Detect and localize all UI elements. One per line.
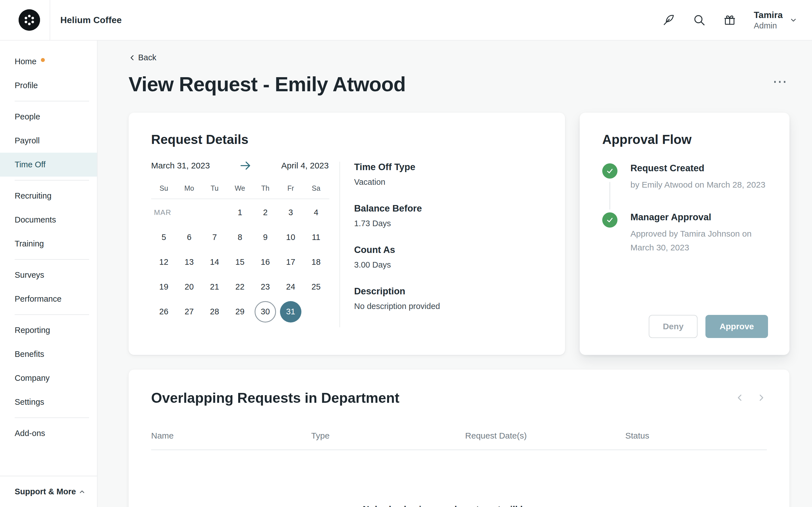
brand-logo[interactable] xyxy=(18,9,40,31)
calendar-day: 24 xyxy=(278,275,303,299)
step-title: Request Created xyxy=(630,163,768,173)
next-page-button[interactable] xyxy=(756,392,767,405)
sidebar-divider xyxy=(15,101,89,101)
sidebar-item-profile[interactable]: Profile xyxy=(0,73,97,98)
calendar-day xyxy=(303,299,329,324)
arrow-right-icon xyxy=(239,161,252,171)
request-details-body: March 31, 2023 April 4, 2023 Su xyxy=(151,161,543,327)
field-value: 1.73 Days xyxy=(354,219,543,228)
overlapping-title: Overlapping Requests in Department xyxy=(151,390,400,406)
approval-step-manager-approval: Manager Approval Approved by Tamira John… xyxy=(602,212,768,275)
approval-steps: Request Created by Emily Atwood on March… xyxy=(602,163,768,275)
calendar-day: 27 xyxy=(176,299,202,324)
support-label: Support & More xyxy=(15,487,76,496)
title-row: View Request - Emily Atwood ⋯ xyxy=(129,73,790,96)
user-menu[interactable]: Tamira Admin xyxy=(754,9,797,31)
calendar-day: 18 xyxy=(303,250,329,275)
request-details-card: Request Details March 31, 2023 April xyxy=(129,113,565,355)
calendar-day: 3 xyxy=(278,200,303,225)
weekday-label: Fr xyxy=(278,184,303,192)
check-circle-icon xyxy=(602,212,617,228)
empty-state-message: Nobody else in your department will be a… xyxy=(151,504,767,507)
sidebar-item-label: Surveys xyxy=(15,270,44,280)
overlapping-requests-card: Overlapping Requests in Department xyxy=(129,370,790,507)
sidebar-item-add-ons[interactable]: Add-ons xyxy=(0,421,97,445)
sidebar-divider xyxy=(15,259,89,260)
user-role: Admin xyxy=(754,20,783,31)
main-content: Back View Request - Emily Atwood ⋯ Reque… xyxy=(98,41,812,507)
sidebar-item-surveys[interactable]: Surveys xyxy=(0,263,97,287)
calendar-grid: MAR 1 2 3 4 5 6 7 8 9 10 11 12 xyxy=(151,200,329,324)
sidebar-item-company[interactable]: Company xyxy=(0,366,97,390)
step-detail: Approved by Tamira Johnson on March 30, … xyxy=(630,227,768,255)
field-balance-before: Balance Before 1.73 Days xyxy=(354,203,543,228)
sidebar-item-label: Performance xyxy=(15,294,61,304)
field-label: Count As xyxy=(354,244,543,255)
date-range: March 31, 2023 April 4, 2023 xyxy=(151,161,329,171)
step-detail: by Emily Atwood on March 28, 2023 xyxy=(630,178,768,192)
hex-dots-logo-icon xyxy=(18,9,40,31)
calendar-day: 6 xyxy=(176,225,202,250)
calendar-day-outlined: 30 xyxy=(253,299,278,324)
sidebar-item-recruiting[interactable]: Recruiting xyxy=(0,184,97,208)
calendar-day: 20 xyxy=(176,275,202,299)
topbar: Helium Coffee xyxy=(0,0,812,41)
sidebar-item-reporting[interactable]: Reporting xyxy=(0,318,97,342)
field-value: No description provided xyxy=(354,302,543,311)
outlined-day: 30 xyxy=(255,301,276,323)
calendar-day: 17 xyxy=(278,250,303,275)
more-options-button[interactable]: ⋯ xyxy=(770,74,790,94)
sidebar-item-settings[interactable]: Settings xyxy=(0,390,97,414)
field-label: Balance Before xyxy=(354,203,543,214)
support-and-more[interactable]: Support & More xyxy=(0,476,97,507)
sidebar-item-label: Reporting xyxy=(15,326,50,335)
sidebar-item-label: Settings xyxy=(15,397,44,407)
sidebar-item-benefits[interactable]: Benefits xyxy=(0,342,97,366)
calendar-day: 5 xyxy=(151,225,176,250)
calendar-day: 10 xyxy=(278,225,303,250)
page-title: View Request - Emily Atwood xyxy=(129,73,406,96)
sidebar-item-training[interactable]: Training xyxy=(0,232,97,256)
weekday-label: Tu xyxy=(202,184,227,192)
field-label: Time Off Type xyxy=(354,162,543,172)
back-link[interactable]: Back xyxy=(129,53,156,62)
sidebar-item-payroll[interactable]: Payroll xyxy=(0,129,97,153)
cards-row: Request Details March 31, 2023 April xyxy=(129,113,790,355)
sidebar-item-performance[interactable]: Performance xyxy=(0,287,97,311)
field-value: Vacation xyxy=(354,177,543,187)
calendar: March 31, 2023 April 4, 2023 Su xyxy=(151,161,329,327)
user-name: Tamira xyxy=(754,9,783,20)
topbar-divider xyxy=(50,0,50,40)
field-time-off-type: Time Off Type Vacation xyxy=(354,162,543,187)
approval-actions: Deny Approve xyxy=(602,315,768,338)
deny-button[interactable]: Deny xyxy=(649,315,698,338)
sidebar-item-time-off[interactable]: Time Off xyxy=(0,153,97,177)
calendar-day: 7 xyxy=(202,225,227,250)
user-text: Tamira Admin xyxy=(754,9,783,31)
calendar-day: 11 xyxy=(303,225,329,250)
approval-step-request-created: Request Created by Emily Atwood on March… xyxy=(602,163,768,212)
field-count-as: Count As 3.00 Days xyxy=(354,244,543,270)
end-date: April 4, 2023 xyxy=(282,161,329,170)
sidebar-item-label: Documents xyxy=(15,215,56,224)
feather-icon[interactable] xyxy=(662,13,676,27)
weekday-label: Mo xyxy=(176,184,202,192)
weekday-label: Th xyxy=(253,184,278,192)
sidebar-item-home[interactable]: Home xyxy=(0,50,97,73)
calendar-day: 19 xyxy=(151,275,176,299)
prev-page-button[interactable] xyxy=(734,392,746,405)
gift-icon[interactable] xyxy=(723,13,737,27)
step-title: Manager Approval xyxy=(630,212,768,223)
selected-day: 31 xyxy=(280,301,301,323)
sidebar-item-people[interactable]: People xyxy=(0,105,97,129)
sidebar-divider xyxy=(15,180,89,180)
sidebar-divider xyxy=(15,314,89,315)
calendar-day: 22 xyxy=(227,275,253,299)
sidebar-item-documents[interactable]: Documents xyxy=(0,208,97,232)
sidebar-item-label: Profile xyxy=(15,81,38,90)
notification-dot xyxy=(41,58,45,62)
request-details-title: Request Details xyxy=(151,132,543,147)
calendar-day: 1 xyxy=(227,200,253,225)
search-icon[interactable] xyxy=(693,13,706,27)
approve-button[interactable]: Approve xyxy=(705,315,768,338)
